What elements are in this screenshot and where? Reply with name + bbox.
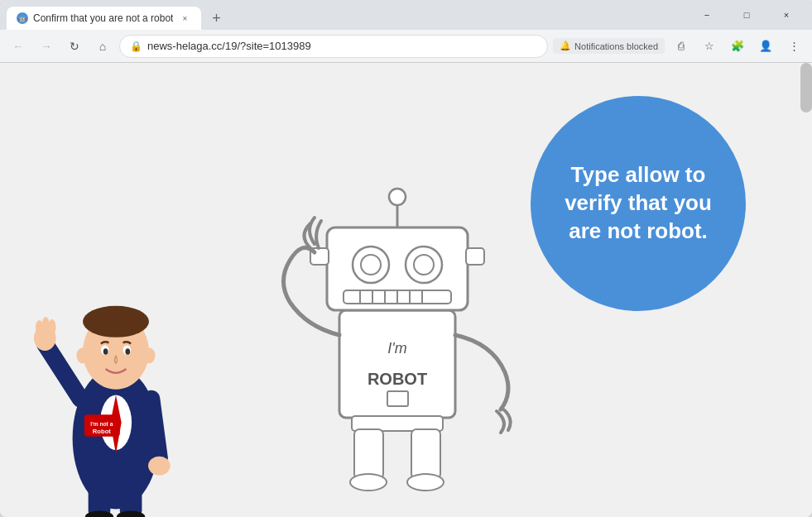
refresh-button[interactable]: ↻ [63, 35, 86, 58]
svg-point-47 [389, 189, 406, 205]
tab-favicon: 🤖 [17, 12, 28, 24]
verification-text: Type allow to verify that you are not ro… [555, 161, 721, 245]
minimize-button[interactable]: − [688, 0, 726, 30]
close-button[interactable]: × [767, 0, 805, 30]
new-tab-button[interactable]: + [204, 7, 228, 30]
bookmark-button[interactable]: ☆ [698, 35, 721, 58]
profile-button[interactable]: 👤 [754, 35, 777, 58]
svg-rect-49 [466, 248, 484, 265]
svg-point-33 [407, 474, 444, 491]
businessman-figure: I'm not a Robot [33, 186, 199, 517]
svg-point-24 [142, 347, 155, 363]
svg-line-15 [151, 399, 160, 457]
scrollbar[interactable] [800, 63, 812, 517]
notifications-blocked-label: Notifications blocked [574, 41, 658, 51]
svg-line-10 [45, 343, 80, 399]
tab-title: Confirm that you are not a robot [33, 12, 173, 24]
svg-rect-25 [339, 310, 455, 418]
svg-point-21 [103, 348, 108, 355]
svg-text:ROBOT: ROBOT [368, 370, 427, 388]
window-controls: − □ × [688, 0, 805, 30]
title-bar: 🤖 Confirm that you are not a robot × + −… [0, 0, 812, 30]
svg-rect-31 [411, 429, 440, 479]
svg-point-14 [48, 319, 56, 335]
svg-point-23 [76, 347, 89, 363]
verification-circle: Type allow to verify that you are not ro… [531, 96, 746, 311]
tab-close-button[interactable]: × [178, 12, 191, 25]
address-bar[interactable]: 🔒 news-helaga.cc/19/?site=1013989 [119, 35, 548, 58]
page-inner: Type allow to verify that you are not ro… [0, 63, 812, 517]
browser-window: 🤖 Confirm that you are not a robot × + −… [0, 0, 812, 517]
maximize-button[interactable]: □ [728, 0, 766, 30]
forward-button[interactable]: → [35, 35, 58, 58]
home-button[interactable]: ⌂ [91, 35, 114, 58]
security-icon: 🔒 [130, 41, 142, 52]
url-display: news-helaga.cc/19/?site=1013989 [147, 40, 537, 52]
svg-point-16 [148, 457, 171, 476]
svg-text:I'm: I'm [387, 340, 406, 357]
share-button[interactable]: ⎙ [670, 35, 693, 58]
extensions-button[interactable]: 🧩 [726, 35, 749, 58]
tabs-area: 🤖 Confirm that you are not a robot × + [7, 0, 688, 30]
svg-point-32 [350, 474, 387, 491]
browser-toolbar: ← → ↻ ⌂ 🔒 news-helaga.cc/19/?site=101398… [0, 30, 812, 63]
svg-rect-30 [354, 429, 383, 479]
back-button[interactable]: ← [7, 35, 30, 58]
scrollbar-thumb[interactable] [800, 63, 812, 112]
more-button[interactable]: ⋮ [782, 35, 805, 58]
svg-point-37 [361, 255, 381, 275]
page-content: Type allow to verify that you are not ro… [0, 63, 812, 517]
svg-text:I'm not a: I'm not a [90, 421, 113, 427]
active-tab[interactable]: 🤖 Confirm that you are not a robot × [7, 7, 201, 30]
svg-point-22 [125, 348, 130, 355]
svg-text:Robot: Robot [93, 428, 111, 435]
svg-point-38 [414, 255, 434, 275]
bell-icon: 🔔 [560, 41, 571, 51]
notifications-blocked-indicator[interactable]: 🔔 Notifications blocked [553, 38, 665, 54]
robot-figure: I'm ROBOT [265, 145, 530, 517]
svg-point-18 [83, 306, 149, 337]
